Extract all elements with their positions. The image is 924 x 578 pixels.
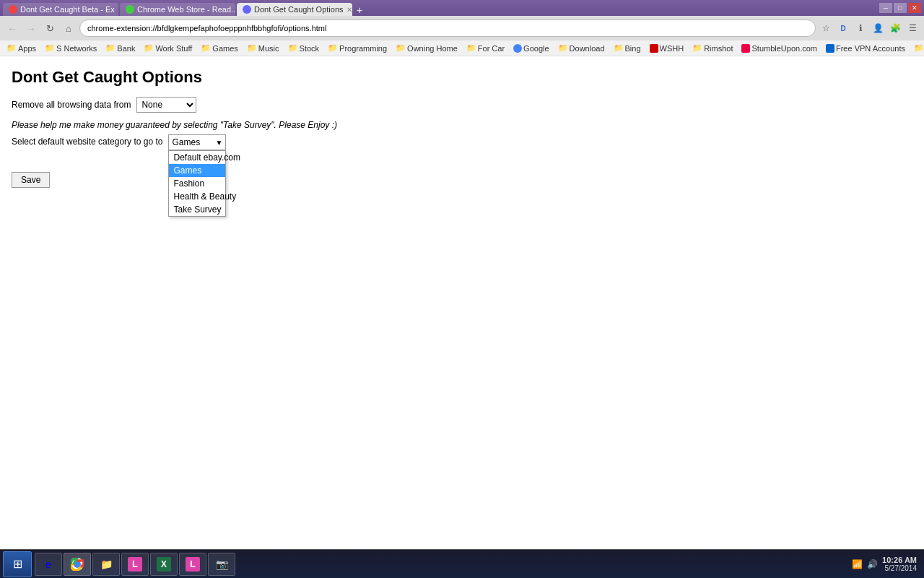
taskbar-app-l[interactable]: L — [121, 553, 149, 576]
google-icon — [513, 44, 522, 53]
owninghome-folder-icon: 📁 — [396, 43, 406, 53]
bookmark-forcar[interactable]: 📁 For Car — [463, 42, 508, 54]
refresh-button[interactable]: ↻ — [42, 20, 58, 36]
close-button[interactable]: ✕ — [908, 3, 921, 13]
category-option-healthbeauty[interactable]: Health & Beauty — [169, 190, 225, 203]
window-controls: ─ □ ✕ — [879, 3, 921, 13]
menu-icon[interactable]: ☰ — [905, 21, 920, 35]
bookmark-owninghome-label: Owning Home — [407, 44, 458, 53]
bookmark-apps[interactable]: 📁 Apps — [3, 42, 40, 54]
bookmark-wshh-label: WSHH — [660, 44, 684, 53]
bookmark-yify[interactable]: 📁 YIFY — [910, 42, 924, 54]
bookmark-icon[interactable]: ☆ — [819, 21, 833, 35]
taskbar-systray: 📶 🔊 10:26 AM 5/27/2014 — [847, 556, 921, 572]
bookmark-bank-label: Bank — [117, 44, 135, 53]
bookmark-google-label: Google — [523, 44, 549, 53]
bookmark-stock[interactable]: 📁 Stock — [284, 42, 323, 54]
ie-icon: e — [41, 557, 56, 571]
rimshot-folder-icon: 📁 — [692, 43, 702, 53]
category-row: Select default website category to go to… — [12, 134, 912, 150]
tab-3-close[interactable]: ✕ — [346, 6, 352, 14]
bookmark-stumbleupon-label: StumbleUpon.com — [751, 44, 817, 53]
app-l-icon: L — [128, 557, 142, 571]
taskbar-chrome[interactable] — [64, 553, 91, 576]
bank-folder-icon: 📁 — [105, 43, 116, 53]
yify-folder-icon: 📁 — [914, 43, 924, 53]
tab-2-label: Chrome Web Store - Read... — [137, 5, 235, 14]
category-dropdown-container: Games ▼ Default ebay.com Games Fashion H… — [168, 134, 226, 150]
page-content: Dont Get Caught Options Remove all brows… — [0, 56, 924, 549]
taskbar: ⊞ e 📁 — [0, 549, 924, 578]
bookmark-freevpn[interactable]: Free VPN Accounts — [822, 43, 909, 54]
tab-3-label: Dont Get Caught Options — [254, 5, 344, 14]
forward-button[interactable]: → — [23, 20, 39, 36]
back-button[interactable]: ← — [4, 20, 20, 36]
user-icon[interactable]: 👤 — [871, 21, 885, 35]
bookmark-workstuff[interactable]: 📁 Work Stuff — [140, 42, 196, 54]
stock-folder-icon: 📁 — [288, 43, 298, 53]
category-select-value: Games — [172, 137, 200, 147]
bookmark-bing-label: Bing — [625, 44, 641, 53]
taskbar-ie[interactable]: e — [35, 553, 62, 576]
taskbar-files[interactable]: 📁 — [92, 553, 120, 576]
bookmark-download[interactable]: 📁 Download — [554, 42, 609, 54]
taskbar-excel[interactable]: X — [150, 553, 178, 576]
workstuff-folder-icon: 📁 — [144, 43, 154, 53]
taskbar-media[interactable]: 📷 — [208, 553, 235, 576]
bookmark-programming[interactable]: 📁 Programming — [324, 42, 391, 54]
new-tab-button[interactable]: + — [354, 4, 365, 16]
apps-folder-icon: 📁 — [6, 43, 17, 53]
bookmark-stumbleupon[interactable]: StumbleUpon.com — [738, 43, 821, 54]
bookmark-google[interactable]: Google — [510, 43, 552, 54]
bookmark-workstuff-label: Work Stuff — [155, 44, 192, 53]
bookmark-bing[interactable]: 📁 Bing — [610, 42, 645, 54]
download-folder-icon: 📁 — [558, 43, 568, 53]
taskbar-items: e 📁 L — [35, 553, 847, 576]
chrome-icon — [70, 557, 84, 571]
snetworks-folder-icon: 📁 — [45, 43, 55, 53]
tab-3[interactable]: Dont Get Caught Options ✕ — [237, 3, 352, 16]
bookmark-bank[interactable]: 📁 Bank — [102, 42, 139, 54]
minimize-button[interactable]: ─ — [879, 3, 892, 13]
address-bar: ← → ↻ ⌂ ☆ D ℹ 👤 🧩 ☰ — [0, 16, 924, 40]
remove-select[interactable]: None 1 hour 1 day 1 week 4 weeks Everyth… — [136, 97, 196, 113]
bookmark-wshh[interactable]: WSHH — [646, 43, 688, 54]
bookmark-games-label: Games — [212, 44, 237, 53]
tab-3-icon — [243, 5, 251, 14]
category-option-fashion[interactable]: Fashion — [169, 177, 225, 190]
app-l2-icon: L — [186, 557, 200, 571]
survey-text: Please help me make money guaranteed by … — [12, 120, 912, 130]
category-option-defaultebay[interactable]: Default ebay.com — [169, 151, 225, 164]
info-icon[interactable]: ℹ — [853, 21, 868, 35]
bookmark-music[interactable]: 📁 Music — [243, 42, 283, 54]
diigo-icon[interactable]: D — [836, 21, 850, 35]
puzzle-icon[interactable]: 🧩 — [888, 21, 902, 35]
bookmark-rimshot[interactable]: 📁 Rimshot — [689, 42, 736, 54]
files-icon: 📁 — [99, 557, 113, 571]
tabs-area: Dont Get Caught Beta - Ex ✕ Chrome Web S… — [3, 0, 879, 16]
maximize-button[interactable]: □ — [894, 3, 907, 13]
start-button[interactable]: ⊞ — [3, 551, 32, 577]
category-option-games[interactable]: Games — [169, 164, 225, 177]
bookmark-games[interactable]: 📁 Games — [197, 42, 241, 54]
window-frame: Dont Get Caught Beta - Ex ✕ Chrome Web S… — [0, 0, 924, 578]
bookmark-download-label: Download — [570, 44, 605, 53]
category-option-takesurvey[interactable]: Take Survey — [169, 203, 225, 216]
tab-2[interactable]: Chrome Web Store - Read... ✕ — [120, 3, 235, 16]
freevpn-icon — [826, 44, 834, 53]
tab-1[interactable]: Dont Get Caught Beta - Ex ✕ — [3, 3, 118, 16]
address-input[interactable] — [79, 20, 816, 37]
programming-folder-icon: 📁 — [328, 43, 338, 53]
bookmark-forcar-label: For Car — [478, 44, 505, 53]
bookmark-owninghome[interactable]: 📁 Owning Home — [392, 42, 461, 54]
bookmark-snetworks[interactable]: 📁 S Networks — [41, 42, 100, 54]
save-button[interactable]: Save — [12, 172, 50, 188]
remove-label: Remove all browsing data from — [12, 100, 131, 110]
bookmark-programming-label: Programming — [339, 44, 387, 53]
tab-1-close[interactable]: ✕ — [118, 6, 118, 14]
category-select-trigger[interactable]: Games ▼ — [168, 134, 226, 150]
taskbar-app-l2[interactable]: L — [179, 553, 206, 576]
home-button[interactable]: ⌂ — [61, 20, 77, 36]
systray-time: 10:26 AM — [882, 556, 917, 564]
category-dropdown-arrow-icon: ▼ — [216, 139, 223, 147]
